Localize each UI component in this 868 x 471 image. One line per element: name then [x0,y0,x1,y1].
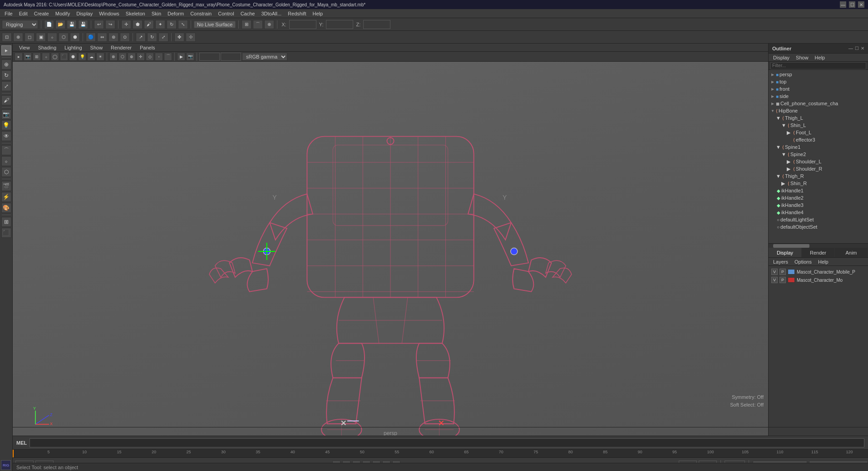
show-hide-icon[interactable]: 👁 [1,131,11,141]
z-input[interactable] [363,20,390,29]
menu-skeleton[interactable]: Skeleton [123,10,148,17]
menu-3dtoall[interactable]: 3DtoAll... [258,10,284,17]
select-component[interactable]: ◻ [25,33,35,42]
menu-create[interactable]: Create [31,10,52,17]
soft-select[interactable]: 🔵 [86,33,96,42]
outliner-close[interactable]: ✕ [861,46,864,51]
outliner-hscrollbar[interactable] [769,243,868,248]
gamma-dropdown[interactable]: sRGB gamma [242,53,287,61]
outliner-item-persp[interactable]: ▶ ■ persp [769,71,868,78]
menu-edit[interactable]: Edit [16,10,30,17]
symmetry[interactable]: ⇔ [97,33,107,42]
scale-icon[interactable]: ⤢ [1,81,11,91]
vp-curve-btn[interactable]: ⌒ [164,53,172,61]
vp-joint-btn[interactable]: ◦ [155,53,163,61]
select-edge[interactable]: ⬦ [47,33,57,42]
outliner-item-ikhandle3[interactable]: ◆ ikHandle3 [769,201,868,209]
select-face[interactable]: ▣ [36,33,46,42]
menu-windows[interactable]: Windows [96,10,122,17]
vp-isolate-btn[interactable]: ⊗ [109,53,118,61]
lasso-select[interactable]: ⬟ [133,20,143,29]
panels-menu[interactable]: Panels [136,44,159,51]
snap-live[interactable]: ⊙ [120,33,130,42]
outliner-item-shoulder-r[interactable]: ▶ ⟨ Shoulder_R [769,165,868,172]
view-menu[interactable]: View [15,44,34,51]
gamma-value2[interactable]: 1.00 [221,53,241,61]
open-file-button[interactable]: 📂 [55,20,65,29]
select-tool-icon[interactable]: ▸ [1,45,11,55]
close-button[interactable]: ✕ [858,1,864,8]
outliner-item-spine2[interactable]: ▼ ⟨ Spine2 [769,151,868,158]
layers-menu[interactable]: Layers [770,259,791,265]
show-manip[interactable]: ☩ [186,33,196,42]
outliner-item-shin-l[interactable]: ▼ ⟨ Shin_L [769,122,868,129]
maximize-button[interactable]: ☐ [849,1,855,8]
move-normals[interactable]: ↗ [136,33,146,42]
menu-redshift[interactable]: Redshift [285,10,309,17]
outliner-minimize[interactable]: — [848,46,853,51]
menu-constrain[interactable]: Constrain [187,10,214,17]
scale-tool[interactable]: ⤡ [178,20,188,29]
outliner-maximize[interactable]: ☐ [855,46,859,51]
paint-select[interactable]: 🖌 [144,20,154,29]
outliner-item-effector3[interactable]: ⟨ effector3 [769,136,868,143]
outliner-item-spine1[interactable]: ▼ ⟨ Spine1 [769,143,868,151]
vp-select-btn[interactable]: ▸ [15,53,23,61]
outliner-window-controls[interactable]: — ☐ ✕ [848,46,864,51]
outliner-tree[interactable]: ▶ ■ persp ▶ ■ top ▶ ■ front ▶ ■ side [769,70,868,243]
layer-p-btn-1[interactable]: P [779,269,786,275]
layer-item-1[interactable]: V P Mascot_Character_Mobile_P [770,268,866,276]
outliner-help-menu[interactable]: Help [812,54,828,61]
paint-icon[interactable]: 🎨 [1,203,11,213]
rotate-icon[interactable]: ↻ [1,70,11,80]
menu-display[interactable]: Display [74,10,95,17]
menu-help[interactable]: Help [310,10,326,17]
help-menu-ch[interactable]: Help [815,259,831,265]
outliner-display-menu[interactable]: Display [770,54,792,61]
camera-icon[interactable]: 📷 [1,109,11,119]
outliner-item-shin-r[interactable]: ▶ ⟨ Shin_R [769,180,868,187]
vp-shadow-btn[interactable]: ☁ [87,53,95,61]
select-hierarchy[interactable]: ⊕ [13,33,23,42]
menu-file[interactable]: File [2,10,15,17]
outliner-item-thigh-l[interactable]: ▼ ⟨ Thigh_L [769,114,868,122]
outliner-item-ikhandle2[interactable]: ◆ ikHandle2 [769,194,868,201]
surface-icon[interactable]: ⬦ [1,156,11,166]
options-menu[interactable]: Options [792,259,814,265]
save-file-button[interactable]: 💾 [67,20,77,29]
vp-grid-btn[interactable]: ⊞ [33,53,41,61]
snap-grid[interactable]: ⊞ [242,20,252,29]
polygon-icon[interactable]: ⬡ [1,167,11,177]
curve-icon[interactable]: ⌒ [1,145,11,155]
layer-item-2[interactable]: V P Mascot_Character_Mo [770,276,866,284]
outliner-item-front[interactable]: ▶ ■ front [769,85,868,93]
anim-tab[interactable]: Anim [835,248,868,257]
outliner-item-thigh-r[interactable]: ▼ ⟨ Thigh_R [769,172,868,180]
hotbox-icon[interactable]: ⬛ [1,228,11,238]
outliner-item-hipbone[interactable]: ▼ ⟨ HipBone [769,107,868,114]
select-uv[interactable]: ⬢ [70,33,80,42]
show-menu[interactable]: Show [87,44,107,51]
undo-button[interactable]: ↩ [94,20,104,29]
outliner-item-objectset[interactable]: ○ defaultObjectSet [769,223,868,231]
renderer-menu[interactable]: Renderer [107,44,135,51]
render-tab[interactable]: Render [802,248,835,257]
y-input[interactable] [326,20,353,29]
outliner-show-menu[interactable]: Show [793,54,811,61]
mode-dropdown[interactable]: Rigging [2,20,38,29]
viewport[interactable]: View Shading Lighting Show Renderer Pane… [13,44,768,441]
new-file-button[interactable]: 📄 [44,20,54,29]
window-controls[interactable]: — ☐ ✕ [840,1,864,8]
display-tab[interactable]: Display [769,248,802,257]
vp-ambient-btn[interactable]: ☀ [96,53,104,61]
move-icon[interactable]: ⊕ [1,59,11,69]
outliner-item-ikhandle1[interactable]: ◆ ikHandle1 [769,187,868,194]
rotate-tool[interactable]: ↻ [167,20,177,29]
outliner-item-foot-l[interactable]: ▶ ⟨ Foot_L [769,129,868,136]
snap-curve[interactable]: ⌒ [253,20,263,29]
paint-skin-icon[interactable]: 🖌 [1,95,11,105]
vp-bounding-btn[interactable]: ⬡ [118,53,127,61]
outliner-search[interactable] [770,62,866,69]
vp-wireframe-btn[interactable]: ⬦ [42,53,50,61]
menu-skin[interactable]: Skin [149,10,164,17]
